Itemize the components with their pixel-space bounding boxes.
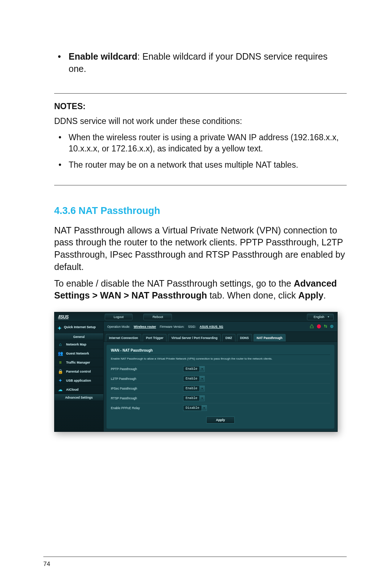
row-rtsp: RTSP Passthrough Enable ▼ bbox=[111, 393, 330, 403]
traffic-manager-icon: ≡ bbox=[57, 360, 63, 365]
para2-end: . bbox=[324, 290, 326, 300]
main-content: Operation Mode: Wireless router Firmware… bbox=[104, 322, 337, 432]
chevron-down-icon: ▼ bbox=[202, 405, 207, 411]
status-usb-icon[interactable]: ⇆ bbox=[324, 324, 327, 329]
tabs: Internet Connection Port Trigger Virtual… bbox=[104, 332, 337, 342]
notes-box: NOTES: DDNS service will not work under … bbox=[54, 93, 347, 185]
tab-dmz[interactable]: DMZ bbox=[222, 334, 235, 342]
sidebar-item-label: Guest Network bbox=[66, 352, 89, 355]
tab-port-trigger[interactable]: Port Trigger bbox=[143, 334, 166, 342]
sidebar-item-label: Traffic Manager bbox=[66, 361, 90, 364]
row-label: L2TP Passthrough bbox=[111, 377, 183, 381]
chevron-down-icon: ▼ bbox=[200, 395, 205, 401]
chevron-down-icon: ▼ bbox=[327, 316, 330, 318]
info-bar: Operation Mode: Wireless router Firmware… bbox=[104, 322, 337, 332]
tab-internet-connection[interactable]: Internet Connection bbox=[106, 334, 141, 342]
l2tp-select[interactable]: Enable ▼ bbox=[183, 376, 205, 382]
chevron-down-icon: ▼ bbox=[200, 366, 205, 372]
tab-ddns[interactable]: DDNS bbox=[237, 334, 252, 342]
quick-internet-setup[interactable]: ✦ Quick Internet Setup bbox=[55, 324, 103, 334]
sidebar-item-label: Parental control bbox=[66, 370, 91, 373]
nat-passthrough-panel: WAN - NAT Passthrough Enable NAT Passthr… bbox=[107, 345, 334, 429]
para2-mid: tab. When done, click bbox=[207, 290, 298, 300]
bullet-enable-wildcard: Enable wildcard: Enable wildcard if your… bbox=[54, 51, 347, 75]
brand-logo: /ISUS bbox=[58, 314, 69, 319]
row-label: Enable PPPoE Relay bbox=[111, 406, 183, 410]
logout-button[interactable]: Logout bbox=[105, 314, 133, 320]
chevron-down-icon: ▼ bbox=[200, 386, 205, 391]
para-description: NAT Passthrough allows a Virtual Private… bbox=[54, 224, 347, 273]
sidebar-item-network-map[interactable]: ⌂ Network Map bbox=[55, 340, 103, 349]
router-admin-screenshot: /ISUS Logout Reboot English ▼ ✦ Quick In… bbox=[54, 312, 338, 432]
sidebar-group-advanced: Advanced Settings bbox=[55, 394, 103, 401]
select-value: Enable bbox=[183, 386, 200, 391]
para-instructions: To enable / disable the NAT Passthrough … bbox=[54, 278, 347, 302]
status-alert-icon[interactable]: ⬤ bbox=[317, 324, 321, 329]
section-heading: 4.3.6 NAT Passthrough bbox=[54, 205, 347, 216]
ssid-label: SSID: bbox=[188, 325, 196, 329]
bullet-bold: Enable wildcard bbox=[69, 51, 137, 61]
sidebar-item-usb-application[interactable]: ✦ USB application bbox=[55, 376, 103, 385]
guest-network-icon: 👥 bbox=[57, 351, 63, 356]
topbar: /ISUS Logout Reboot English ▼ bbox=[55, 312, 337, 322]
row-l2tp: L2TP Passthrough Enable ▼ bbox=[111, 374, 330, 383]
select-value: Enable bbox=[183, 376, 200, 382]
select-value: Disable bbox=[183, 405, 202, 411]
chevron-down-icon: ▼ bbox=[200, 376, 205, 382]
para2-pre: To enable / disable the NAT Passthrough … bbox=[54, 278, 294, 288]
page-number: 74 bbox=[43, 561, 50, 568]
row-label: RTSP Passthrough bbox=[111, 396, 183, 400]
row-pppoe-relay: Enable PPPoE Relay Disable ▼ bbox=[111, 403, 330, 413]
language-label: English bbox=[314, 315, 325, 319]
ssid-value[interactable]: ASUS ASUS_5G bbox=[200, 325, 223, 329]
notes-item: The router may be on a network that uses… bbox=[54, 159, 347, 171]
pptp-select[interactable]: Enable ▼ bbox=[183, 366, 205, 372]
para2-bold-apply: Apply bbox=[298, 290, 323, 300]
panel-description: Enable NAT Passthrough to allow a Virtua… bbox=[111, 357, 330, 360]
qis-label: Quick Internet Setup bbox=[64, 326, 96, 331]
network-map-icon: ⌂ bbox=[57, 342, 63, 347]
select-value: Enable bbox=[183, 366, 200, 372]
notes-intro: DDNS service will not work under these c… bbox=[54, 116, 347, 126]
opmode-value[interactable]: Wireless router bbox=[134, 325, 156, 329]
language-selector[interactable]: English ▼ bbox=[307, 314, 334, 320]
ipsec-select[interactable]: Enable ▼ bbox=[183, 386, 205, 391]
status-globe-icon[interactable]: ◍ bbox=[330, 324, 334, 329]
reboot-button[interactable]: Reboot bbox=[143, 314, 172, 320]
apply-button[interactable]: Apply bbox=[206, 416, 235, 424]
sidebar-item-label: AiCloud bbox=[66, 388, 79, 391]
sidebar-group-general: General bbox=[55, 334, 103, 340]
fw-label: Firmware Version: bbox=[160, 325, 185, 329]
pppoe-relay-select[interactable]: Disable ▼ bbox=[183, 405, 207, 411]
panel-title: WAN - NAT Passthrough bbox=[111, 348, 330, 355]
notes-item: When the wireless router is using a priv… bbox=[54, 132, 347, 154]
row-label: IPSec Passthrough bbox=[111, 387, 183, 390]
sidebar-item-aicloud[interactable]: ☁ AiCloud bbox=[55, 385, 103, 394]
aicloud-icon: ☁ bbox=[57, 387, 63, 392]
notes-list: When the wireless router is using a priv… bbox=[54, 132, 347, 171]
sidebar: ✦ Quick Internet Setup General ⌂ Network… bbox=[55, 322, 104, 432]
magic-wand-icon: ✦ bbox=[57, 326, 62, 331]
sidebar-item-guest-network[interactable]: 👥 Guest Network bbox=[55, 349, 103, 358]
usb-application-icon: ✦ bbox=[57, 378, 63, 383]
rtsp-select[interactable]: Enable ▼ bbox=[183, 395, 205, 401]
notes-heading: NOTES: bbox=[54, 102, 347, 111]
parental-control-icon: 🔒 bbox=[57, 369, 63, 374]
tab-nat-passthrough[interactable]: NAT Passthrough bbox=[254, 334, 286, 342]
select-value: Enable bbox=[183, 395, 200, 401]
tab-virtual-server[interactable]: Virtual Server / Port Forwarding bbox=[168, 334, 221, 342]
row-label: PPTP Passthrough bbox=[111, 367, 183, 371]
status-icons: 凸 ⬤ ⇆ ◍ bbox=[310, 324, 334, 329]
sidebar-item-label: USB application bbox=[66, 379, 91, 382]
row-pptp: PPTP Passthrough Enable ▼ bbox=[111, 364, 330, 374]
row-ipsec: IPSec Passthrough Enable ▼ bbox=[111, 383, 330, 393]
sidebar-item-parental-control[interactable]: 🔒 Parental control bbox=[55, 367, 103, 376]
status-connection-icon[interactable]: 凸 bbox=[310, 324, 314, 329]
footer-rule bbox=[43, 557, 347, 557]
sidebar-item-label: Network Map bbox=[66, 343, 86, 346]
sidebar-item-traffic-manager[interactable]: ≡ Traffic Manager bbox=[55, 358, 103, 367]
opmode-label: Operation Mode: bbox=[107, 325, 130, 329]
